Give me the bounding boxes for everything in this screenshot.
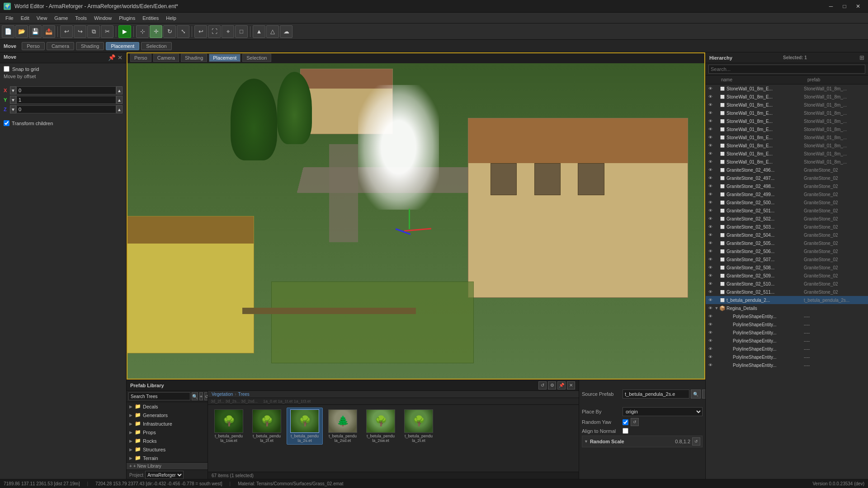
search-options-btn[interactable]: + <box>199 392 203 400</box>
hierarchy-row[interactable]: 👁⬜StoneWall_01_8m_E...StoneWall_01_8m_..… <box>706 150 868 158</box>
close-lib-button[interactable]: ✕ <box>567 381 575 389</box>
viewport-tab-placement[interactable]: Placement <box>209 54 241 62</box>
filter-button[interactable]: ⚙ <box>548 381 556 389</box>
minimize-button[interactable]: ─ <box>825 1 837 12</box>
expand-arrow[interactable]: ▼ <box>714 305 719 311</box>
asset-item-2s[interactable]: 🌳 t_betula_pendula_2s.et <box>287 408 323 445</box>
scene-view[interactable] <box>127 52 705 380</box>
visibility-icon[interactable]: 👁 <box>707 199 714 206</box>
viewport-tab-shading[interactable]: Shading <box>181 54 207 62</box>
menu-item-edit[interactable]: Edit <box>17 14 33 22</box>
snap-button[interactable]: ↩ <box>194 25 207 38</box>
hierarchy-row[interactable]: 👁PolylineShapeEntity...---- <box>706 353 868 361</box>
menu-item-tools[interactable]: Tools <box>71 14 90 22</box>
lib-tree-item-infrastructure[interactable]: ▶ 📁 Infrastructure <box>127 419 208 428</box>
visibility-icon[interactable]: 👁 <box>707 305 714 312</box>
visibility-icon[interactable]: 👁 <box>707 183 714 190</box>
rotate-button[interactable]: ↻ <box>163 25 176 38</box>
hierarchy-row[interactable]: 👁⬜GraniteStone_02_504...GraniteStone_02 <box>706 231 868 239</box>
transform-children-checkbox[interactable] <box>4 120 9 126</box>
hierarchy-row[interactable]: 👁⬜GraniteStone_02_502...GraniteStone_02 <box>706 215 868 223</box>
visibility-icon[interactable]: 👁 <box>707 353 714 361</box>
hierarchy-row[interactable]: 👁⬜GraniteStone_02_506...GraniteStone_02 <box>706 247 868 255</box>
source-prefab-browse[interactable]: 🔍 <box>691 389 701 399</box>
menu-item-game[interactable]: Game <box>51 14 71 22</box>
viewport-tab-selection[interactable]: Selection <box>242 54 271 62</box>
terrain-lower-button[interactable]: △ <box>266 25 279 38</box>
asset-item-1sw[interactable]: 🌳 t_betula_pendula_1sw.et <box>211 408 247 445</box>
random-yaw-checkbox[interactable] <box>623 419 628 425</box>
maximize-button[interactable]: □ <box>838 1 851 12</box>
source-prefab-clear[interactable]: ✕ <box>702 389 705 399</box>
scale-button[interactable]: ⤡ <box>177 25 189 38</box>
hierarchy-row[interactable]: 👁⬜GraniteStone_02_499...GraniteStone_02 <box>706 190 868 198</box>
hierarchy-row[interactable]: 👁⬜t_betula_pendula_2...t_betula_pendula_… <box>706 296 868 304</box>
visibility-icon[interactable]: 👁 <box>707 93 714 100</box>
asset-scroll-area[interactable]: 🌳 t_betula_pendula_1sw.et 🌳 t_betula_pen… <box>208 405 579 472</box>
hierarchy-search-input[interactable] <box>708 65 865 74</box>
visibility-icon[interactable]: 👁 <box>707 345 714 352</box>
hierarchy-row[interactable]: 👁⬜StoneWall_01_8m_E...StoneWall_01_8m_..… <box>706 133 868 141</box>
visibility-icon[interactable]: 👁 <box>707 329 714 336</box>
random-scale-section[interactable]: ▼ Random Scale 0.8,1.2 ↺ <box>582 436 703 447</box>
hierarchy-row[interactable]: 👁⬜StoneWall_01_8m_E...StoneWall_01_8m_..… <box>706 84 868 93</box>
z-input[interactable] <box>16 105 116 113</box>
terrain-raise-button[interactable]: ▲ <box>253 25 265 38</box>
mode-tab-camera[interactable]: Camera <box>47 42 74 50</box>
hierarchy-row[interactable]: 👁⬜GraniteStone_02_505...GraniteStone_02 <box>706 239 868 247</box>
y-increase-button[interactable]: ▲ <box>116 96 123 104</box>
duplicate-button[interactable]: ⧉ <box>87 25 100 38</box>
menu-item-window[interactable]: Window <box>90 14 115 22</box>
align-normal-checkbox[interactable] <box>623 428 628 434</box>
hierarchy-list[interactable]: 👁⬜StoneWall_01_8m_E...StoneWall_01_8m_..… <box>706 84 868 479</box>
pin-button[interactable]: 📌 <box>557 381 566 389</box>
visibility-icon[interactable]: 👁 <box>707 117 714 125</box>
viewport-tab-perso[interactable]: Perso <box>130 54 151 62</box>
hierarchy-row[interactable]: 👁PolylineShapeEntity...---- <box>706 328 868 337</box>
hierarchy-row[interactable]: 👁PolylineShapeEntity...---- <box>706 312 868 320</box>
hierarchy-row[interactable]: 👁⬜StoneWall_01_8m_E...StoneWall_01_8m_..… <box>706 101 868 109</box>
z-increase-button[interactable]: ▲ <box>116 105 123 113</box>
hierarchy-row[interactable]: 👁⬜StoneWall_01_8m_E...StoneWall_01_8m_..… <box>706 109 868 117</box>
visibility-icon[interactable]: 👁 <box>707 174 714 182</box>
lib-tree-item-terrain[interactable]: ▶ 📁 Terrain <box>127 454 208 462</box>
hierarchy-row[interactable]: 👁⬜GraniteStone_02_511...GraniteStone_02 <box>706 288 868 296</box>
hierarchy-row[interactable]: 👁⬜GraniteStone_02_497...GraniteStone_02 <box>706 174 868 182</box>
visibility-icon[interactable]: 👁 <box>707 158 714 165</box>
visibility-icon[interactable]: 👁 <box>707 215 714 222</box>
hierarchy-row[interactable]: 👁⬜GraniteStone_02_509...GraniteStone_02 <box>706 272 868 280</box>
asset-item-2f[interactable]: 🌳 t_betula_pendula_2f.et <box>249 408 285 445</box>
weather-button[interactable]: ☁ <box>280 25 292 38</box>
hierarchy-row[interactable]: 👁⬜GraniteStone_02_510...GraniteStone_02 <box>706 280 868 288</box>
lib-tree-item-props[interactable]: ▶ 📁 Props <box>127 428 208 436</box>
hierarchy-row[interactable]: 👁⬜GraniteStone_02_496...GraniteStone_02 <box>706 166 868 174</box>
select-button[interactable]: ⊹ <box>136 25 149 38</box>
hierarchy-row[interactable]: 👁⬜GraniteStone_02_498...GraniteStone_02 <box>706 182 868 190</box>
visibility-icon[interactable]: 👁 <box>707 248 714 255</box>
play-button[interactable]: ▶ <box>118 25 131 38</box>
hierarchy-row[interactable]: 👁PolylineShapeEntity...---- <box>706 320 868 328</box>
asset-item-2sd[interactable]: 🌲 t_betula_pendula_2sd.et <box>325 408 361 445</box>
publish-button[interactable]: 📤 <box>42 25 55 38</box>
y-input[interactable] <box>16 96 116 104</box>
new-button[interactable]: 📄 <box>2 25 14 38</box>
visibility-icon[interactable]: 👁 <box>707 288 714 296</box>
lib-tree-item-generators[interactable]: ▶ 📁 Generators <box>127 411 208 419</box>
x-increase-button[interactable]: ▲ <box>116 86 123 94</box>
hierarchy-row[interactable]: 👁PolylineShapeEntity...---- <box>706 345 868 353</box>
hierarchy-row[interactable]: 👁⬜GraniteStone_02_507...GraniteStone_02 <box>706 255 868 263</box>
visibility-icon[interactable]: 👁 <box>707 150 714 157</box>
visibility-icon[interactable]: 👁 <box>707 85 714 92</box>
hierarchy-row[interactable]: 👁⬜StoneWall_01_8m_E...StoneWall_01_8m_..… <box>706 158 868 166</box>
hierarchy-row[interactable]: 👁⬜StoneWall_01_8m_E...StoneWall_01_8m_..… <box>706 141 868 150</box>
open-button[interactable]: 📂 <box>15 25 28 38</box>
visibility-icon[interactable]: 👁 <box>707 207 714 214</box>
hierarchy-row[interactable]: 👁▼📦Regina_Details <box>706 304 868 312</box>
mode-tab-placement[interactable]: Placement <box>106 42 139 50</box>
visibility-icon[interactable]: 👁 <box>707 101 714 108</box>
hierarchy-row[interactable]: 👁PolylineShapeEntity...---- <box>706 361 868 369</box>
left-panel-pin[interactable]: 📌 <box>108 54 116 61</box>
hierarchy-row[interactable]: 👁⬜GraniteStone_02_501...GraniteStone_02 <box>706 206 868 215</box>
breadcrumb-vegetation[interactable]: Vegetation <box>212 392 233 397</box>
source-prefab-input[interactable] <box>623 389 689 399</box>
